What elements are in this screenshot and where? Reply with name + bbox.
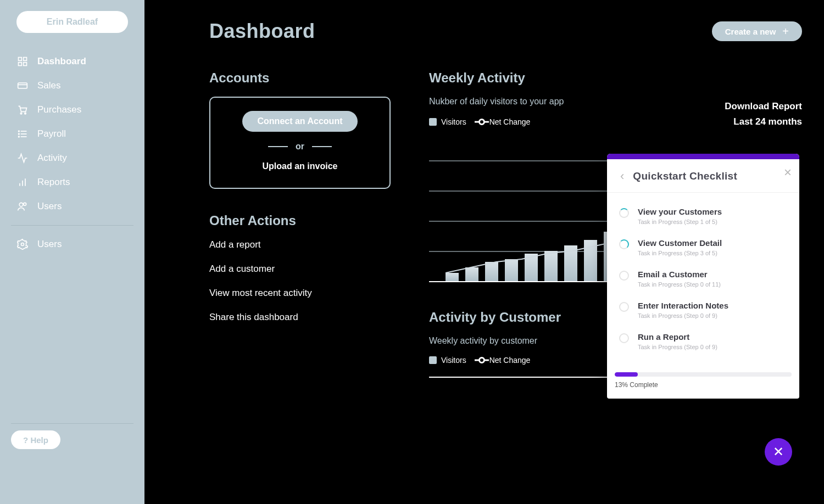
legend-visitors: Visitors (429, 117, 466, 126)
checklist-item-title: View Customer Detail (638, 238, 722, 248)
fab-close-button[interactable]: ✕ (765, 438, 792, 466)
nav-list: Dashboard Sales Purchases Payroll Activi… (11, 49, 133, 219)
nav-item-purchases[interactable]: Purchases (16, 98, 133, 122)
legend-label: Net Change (489, 117, 531, 126)
progress-bar (615, 372, 792, 377)
action-view-activity[interactable]: View most recent activity (209, 288, 391, 299)
users-icon (16, 200, 29, 212)
nav-item-sales[interactable]: Sales (16, 74, 133, 98)
connect-account-button[interactable]: Connect an Account (242, 111, 358, 132)
nav-item-reports[interactable]: Reports (16, 170, 133, 194)
checklist-item[interactable]: Enter Interaction NotesTask in Progress … (619, 295, 789, 327)
checklist-panel: ‹ Quickstart Checklist × View your Custo… (607, 154, 799, 399)
circle-icon (619, 302, 629, 312)
create-new-button[interactable]: Create a new + (712, 21, 802, 41)
svg-rect-1 (24, 58, 27, 61)
activity-icon (16, 152, 29, 164)
card-icon (16, 80, 29, 92)
progress-fill (615, 372, 638, 377)
nav-label: Payroll (37, 128, 66, 139)
svg-rect-2 (19, 63, 22, 66)
nav-label: Users (37, 239, 62, 250)
page-title: Dashboard (209, 20, 315, 43)
progress-label: 13% Complete (615, 381, 792, 389)
upload-invoice-link[interactable]: Upload an invoice (263, 161, 338, 171)
circle-icon (619, 333, 629, 343)
checklist-item-sub: Task in Progress (Step 0 of 9) (638, 312, 728, 319)
download-report-link[interactable]: Download Report (725, 101, 802, 112)
svg-rect-3 (24, 63, 27, 66)
checklist-item[interactable]: View Customer DetailTask in Progress (St… (619, 233, 789, 264)
nav-label: Dashboard (37, 56, 86, 67)
close-icon[interactable]: × (784, 165, 792, 180)
action-share-dashboard[interactable]: Share this dashboard (209, 312, 391, 323)
weekly-sub: Nukber of daily visitors to your app (429, 97, 564, 107)
nav-label: Users (37, 201, 62, 212)
checklist-item-title: Run a Report (638, 332, 717, 341)
svg-point-7 (25, 113, 26, 114)
grid-icon (16, 55, 29, 68)
checklist-item-sub: Task in Progress (Step 0 of 11) (638, 281, 721, 288)
nav-list-secondary: Users (11, 232, 133, 256)
back-icon[interactable]: ‹ (620, 169, 624, 183)
nav-label: Reports (37, 177, 70, 188)
range-selector[interactable]: Last 24 months (733, 116, 802, 127)
legend-visitors-2: Visitors (429, 356, 466, 365)
svg-rect-0 (19, 58, 22, 61)
plus-icon: + (782, 25, 789, 38)
panel-accent-bar (607, 154, 799, 159)
create-label: Create a new (725, 27, 776, 36)
action-add-customer[interactable]: Add a customer (209, 264, 391, 275)
nav-item-activity[interactable]: Activity (16, 146, 133, 170)
cart-icon (16, 104, 29, 116)
or-row: or (268, 142, 332, 152)
nav-divider (11, 225, 133, 226)
divider (11, 423, 133, 424)
legend-net-change: Net Change (478, 117, 531, 126)
list-icon (16, 128, 29, 140)
user-pill[interactable]: Erin Radleaf (16, 11, 128, 33)
other-actions-list: Add a report Add a customer View most re… (209, 239, 391, 323)
checklist-items: View your CustomersTask in Progress (Ste… (607, 198, 799, 368)
ring-icon (478, 357, 485, 363)
sidebar: Erin Radleaf Dashboard Sales Purchases P… (0, 0, 144, 504)
legend-label: Visitors (441, 356, 466, 365)
spinner-icon (619, 239, 629, 249)
svg-point-12 (19, 133, 20, 135)
checklist-item-title: View your Customers (638, 207, 722, 216)
ring-icon (478, 119, 485, 125)
circle-icon (619, 271, 629, 281)
left-column: Accounts Connect an Account or Upload an… (209, 70, 391, 378)
divider (607, 192, 799, 193)
legend-net-change-2: Net Change (478, 356, 531, 365)
nav-label: Activity (37, 153, 67, 164)
checklist-item-sub: Task in Progress (Step 3 of 5) (638, 250, 722, 256)
svg-point-18 (24, 203, 26, 205)
bars-icon (16, 176, 29, 188)
checklist-progress: 13% Complete (607, 368, 799, 399)
svg-point-19 (21, 243, 24, 246)
checklist-item[interactable]: Email a CustomerTask in Progress (Step 0… (619, 264, 789, 295)
nav-item-payroll[interactable]: Payroll (16, 122, 133, 146)
nav-label: Sales (37, 80, 61, 91)
or-text: or (296, 142, 304, 152)
sidebar-bottom: ? Help (11, 423, 133, 504)
checklist-item[interactable]: Run a ReportTask in Progress (Step 0 of … (619, 327, 789, 358)
checklist-title: Quickstart Checklist (633, 170, 737, 182)
nav-label: Purchases (37, 104, 81, 115)
svg-point-17 (19, 203, 23, 206)
nav-item-users[interactable]: Users (16, 194, 133, 219)
nav-item-settings-users[interactable]: Users (16, 232, 133, 256)
checklist-item[interactable]: View your CustomersTask in Progress (Ste… (619, 201, 789, 233)
svg-point-13 (19, 136, 20, 137)
gear-icon (16, 238, 29, 250)
action-add-report[interactable]: Add a report (209, 239, 391, 250)
checklist-item-sub: Task in Progress (Step 1 of 5) (638, 219, 722, 225)
square-icon (429, 356, 437, 364)
line (312, 146, 332, 147)
nav-item-dashboard[interactable]: Dashboard (16, 49, 133, 74)
line (268, 146, 288, 147)
help-button[interactable]: ? Help (11, 430, 60, 449)
svg-point-11 (19, 131, 20, 132)
svg-point-6 (20, 113, 22, 114)
